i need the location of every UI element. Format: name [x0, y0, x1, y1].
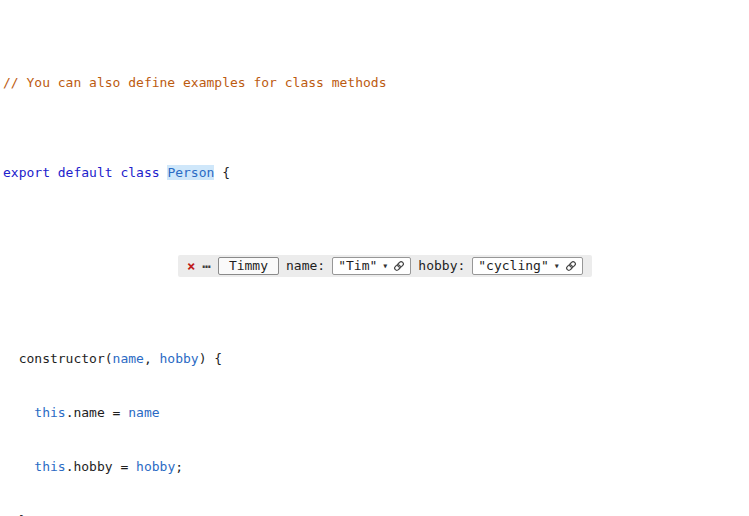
param-token: hobby	[160, 351, 199, 366]
chevron-down-icon: ▾	[382, 261, 388, 271]
example-name-pill[interactable]: Timmy	[218, 257, 279, 275]
this-token: this	[34, 405, 65, 420]
code-line-assign-hobby: this.hobby = hobby;	[3, 458, 749, 476]
chevron-down-icon: ▾	[554, 261, 560, 271]
param-label-name: name:	[286, 257, 325, 275]
more-icon[interactable]: ⋯	[202, 259, 210, 273]
code-token: ,	[144, 351, 160, 366]
param-label-hobby: hobby:	[418, 257, 465, 275]
link-icon[interactable]	[565, 260, 577, 272]
keyword-token: export default class	[3, 165, 167, 180]
class-example-widget: × ⋯ Timmy name: "Tim" ▾ hobby: "cycling"…	[178, 255, 592, 277]
code-token: .hobby =	[66, 459, 136, 474]
comment-text: // You can also define examples for clas…	[3, 75, 387, 90]
code-line-assign-name: this.name = name	[3, 404, 749, 422]
code-line-constructor: constructor(name, hobby) {	[3, 350, 749, 368]
param-selector-hobby[interactable]: "cycling" ▾	[472, 257, 582, 275]
param-value: "Tim"	[338, 257, 377, 275]
code-line-comment: // You can also define examples for clas…	[3, 74, 749, 92]
code-line-close-brace: }	[3, 512, 749, 516]
class-name: Person	[167, 165, 214, 180]
var-token: hobby	[136, 459, 175, 474]
close-icon[interactable]: ×	[187, 259, 195, 273]
param-value: "cycling"	[478, 257, 548, 275]
code-token: {	[214, 165, 230, 180]
param-selector-name[interactable]: "Tim" ▾	[332, 257, 411, 275]
code-token	[3, 459, 34, 474]
code-token	[3, 405, 34, 420]
this-token: this	[34, 459, 65, 474]
link-icon[interactable]	[393, 260, 405, 272]
code-line-class-decl: export default class Person {	[3, 164, 749, 182]
code-token: ) {	[199, 351, 222, 366]
code-editor: // You can also define examples for clas…	[0, 0, 749, 516]
code-token: ;	[175, 459, 183, 474]
code-token: constructor(	[3, 351, 113, 366]
code-token: .name =	[66, 405, 129, 420]
param-token: name	[113, 351, 144, 366]
var-token: name	[128, 405, 159, 420]
